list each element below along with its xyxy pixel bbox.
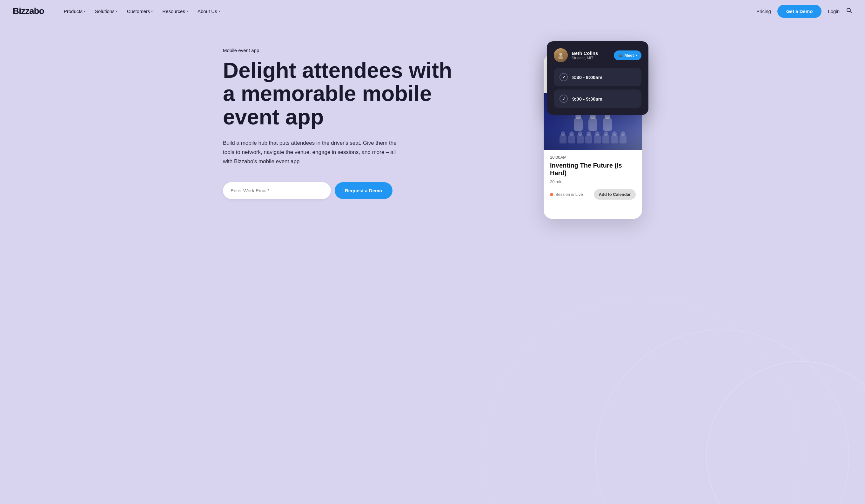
- nav-item-solutions[interactable]: Solutions ▾: [91, 6, 121, 16]
- time-label: 8:30 - 9:00am: [572, 74, 602, 80]
- time-slot-1[interactable]: ✓ 8:30 - 9:00am: [554, 68, 642, 86]
- hero-title: Delight attendees with a memorable mobil…: [223, 59, 453, 129]
- session-info: 10:00AM Inventing The Future (Is Hard) 2…: [544, 150, 642, 206]
- request-demo-button[interactable]: Request a Demo: [335, 182, 392, 199]
- nav-links: Products ▾ Solutions ▾ Customers ▾ Resou…: [60, 6, 757, 16]
- live-dot-icon: [550, 193, 553, 196]
- session-footer: Session is Live Add to Calendar: [550, 189, 636, 200]
- meet-button[interactable]: 📹 Meet ▾: [614, 50, 642, 60]
- chevron-down-icon: ▾: [116, 10, 117, 13]
- user-role: Student, MIT: [572, 56, 598, 60]
- check-circle-icon: ✓: [560, 73, 568, 81]
- avatar: [554, 48, 568, 62]
- nav-item-customers[interactable]: Customers ▾: [123, 6, 157, 16]
- nav-item-resources[interactable]: Resources ▾: [159, 6, 192, 16]
- nav-item-products[interactable]: Products ▾: [60, 6, 89, 16]
- svg-point-2: [559, 53, 562, 56]
- svg-point-3: [558, 56, 563, 59]
- chevron-down-icon: ▾: [218, 10, 220, 13]
- user-details: Beth Colins Student, MIT: [572, 50, 598, 60]
- hero-section: Mobile event app Delight attendees with …: [210, 22, 655, 504]
- user-info: Beth Colins Student, MIT: [554, 48, 598, 62]
- add-to-calendar-button[interactable]: Add to Calendar: [594, 189, 636, 200]
- logo[interactable]: Bizzabo: [13, 6, 44, 16]
- time-slot-2[interactable]: ✓ 9:00 - 9:30am: [554, 90, 642, 108]
- session-time: 10:00AM: [550, 155, 636, 160]
- video-icon: 📹: [618, 53, 623, 57]
- hero-form: Request a Demo: [223, 182, 453, 199]
- chevron-down-icon: ▾: [635, 54, 637, 57]
- hero-visuals: Beth Colins Student, MIT 📹 Meet ▾ ✓ 8:30…: [453, 41, 642, 219]
- nav-pricing[interactable]: Pricing: [757, 9, 771, 14]
- nav-item-about[interactable]: About Us ▾: [194, 6, 224, 16]
- check-circle-icon: ✓: [560, 95, 568, 103]
- session-live-indicator: Session is Live: [550, 192, 583, 197]
- nav-right: Pricing Get a Demo Login: [757, 5, 852, 18]
- hero-eyebrow: Mobile event app: [223, 48, 453, 53]
- chevron-down-icon: ▾: [84, 10, 85, 13]
- svg-line-1: [850, 11, 852, 13]
- time-label: 9:00 - 9:30am: [572, 96, 602, 102]
- hero-description: Build a mobile hub that puts attendees i…: [223, 139, 401, 166]
- user-profile: Beth Colins Student, MIT 📹 Meet ▾: [554, 48, 642, 62]
- get-demo-button[interactable]: Get a Demo: [777, 5, 821, 18]
- session-title: Inventing The Future (Is Hard): [550, 162, 636, 177]
- svg-point-0: [847, 8, 850, 12]
- hero-content: Mobile event app Delight attendees with …: [223, 41, 453, 199]
- floating-profile-card: Beth Colins Student, MIT 📹 Meet ▾ ✓ 8:30…: [547, 41, 648, 115]
- nav-login[interactable]: Login: [828, 9, 840, 14]
- chevron-down-icon: ▾: [186, 10, 188, 13]
- user-name: Beth Colins: [572, 50, 598, 56]
- search-icon[interactable]: [846, 7, 852, 15]
- chevron-down-icon: ▾: [151, 10, 153, 13]
- navigation: Bizzabo Products ▾ Solutions ▾ Customers…: [0, 0, 865, 22]
- email-input[interactable]: [223, 182, 331, 199]
- session-duration: 20 min: [550, 179, 636, 184]
